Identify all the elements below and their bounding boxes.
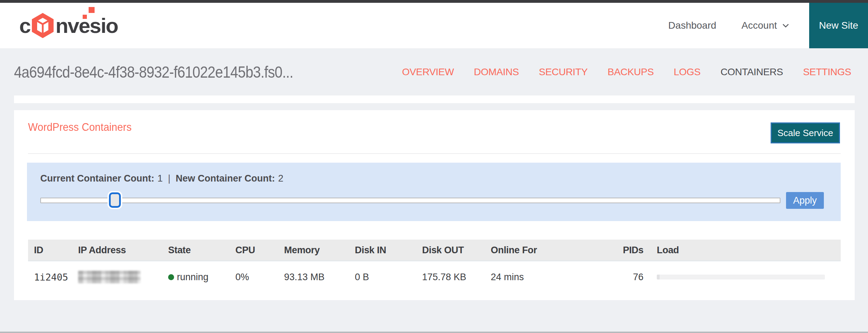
col-disk-out: Disk OUT — [422, 245, 491, 256]
apply-label: Apply — [793, 195, 817, 206]
container-cpu: 0% — [235, 272, 284, 283]
divider — [28, 153, 841, 154]
container-disk-in: 0 B — [355, 272, 422, 283]
container-load — [643, 275, 841, 279]
panel-title: WordPress Containers — [28, 121, 132, 134]
header-nav: Dashboard Account — [668, 20, 790, 31]
col-memory: Memory — [284, 245, 355, 256]
logo-text-pre: c — [19, 14, 30, 38]
col-load: Load — [643, 245, 841, 256]
tab-domains[interactable]: DOMAINS — [474, 66, 519, 78]
table-header-row: ID IP Address State CPU Memory Disk IN D… — [28, 240, 841, 261]
container-disk-out: 175.78 KB — [422, 272, 491, 283]
site-title: 4a694fcd-8e4c-4f38-8932-f61022e145b3.fs0… — [14, 62, 293, 82]
col-pids: PIDs — [611, 245, 643, 256]
nav-account-label: Account — [742, 20, 777, 31]
load-bar — [657, 275, 825, 279]
container-count-slider[interactable] — [40, 198, 780, 203]
collapsed-section-strip — [14, 95, 855, 103]
window-bottom-edge — [0, 332, 868, 333]
container-online-for: 24 mins — [491, 272, 611, 283]
new-count-value: 2 — [278, 173, 283, 184]
col-cpu: CPU — [235, 245, 284, 256]
new-site-label: New Site — [819, 20, 858, 31]
container-scaler-box: Current Container Count: 1 | New Contain… — [27, 163, 841, 221]
tab-overview[interactable]: OVERVIEW — [402, 66, 454, 78]
col-online-for: Online For — [491, 245, 611, 256]
container-count-line: Current Container Count: 1 | New Contain… — [40, 173, 824, 184]
site-tabs: OVERVIEW DOMAINS SECURITY BACKUPS LOGS C… — [402, 66, 851, 78]
col-state: State — [168, 245, 235, 256]
current-count-label: Current Container Count: — [40, 173, 154, 184]
load-bar-fill — [657, 275, 660, 279]
current-count-value: 1 — [157, 173, 163, 184]
site-title-row: 4a694fcd-8e4c-4f38-8932-f61022e145b3.fs0… — [0, 48, 868, 95]
nav-account-menu[interactable]: Account — [742, 20, 790, 31]
tab-settings[interactable]: SETTINGS — [803, 66, 851, 78]
tab-logs[interactable]: LOGS — [674, 66, 701, 78]
container-row: 1i2405 running 0% 93.13 MB 0 B 175.78 KB… — [28, 261, 841, 293]
window-top-bar — [0, 0, 868, 3]
chevron-down-icon — [782, 22, 790, 29]
redacted-ip-blur — [78, 271, 140, 283]
count-separator: | — [166, 173, 173, 184]
convesio-logo[interactable]: c nvesio — [19, 13, 118, 38]
container-memory: 93.13 MB — [284, 272, 355, 283]
container-id: 1i2405 — [28, 272, 78, 283]
logo-dot-icon — [83, 15, 87, 19]
col-disk-in: Disk IN — [355, 245, 422, 256]
scale-service-button[interactable]: Scale Service — [771, 122, 840, 143]
logo-dot-icon — [89, 7, 95, 13]
app-header: c nvesio Dashboard Account New Site — [0, 3, 868, 48]
new-count-label: New Container Count: — [176, 173, 275, 184]
col-id: ID — [28, 245, 78, 256]
col-ip-address: IP Address — [78, 245, 168, 256]
scale-service-label: Scale Service — [778, 128, 833, 139]
tab-containers[interactable]: CONTAINERS — [721, 66, 783, 78]
slider-thumb[interactable] — [109, 192, 121, 208]
container-pids: 76 — [611, 272, 643, 283]
tab-backups[interactable]: BACKUPS — [608, 66, 654, 78]
container-state: running — [168, 272, 235, 283]
tab-security[interactable]: SECURITY — [539, 66, 587, 78]
containers-table: ID IP Address State CPU Memory Disk IN D… — [28, 240, 841, 293]
scaler-slider-row: Apply — [40, 192, 824, 208]
apply-button[interactable]: Apply — [786, 192, 824, 209]
new-site-button[interactable]: New Site — [809, 3, 868, 48]
container-ip — [78, 271, 168, 283]
logo-cube-icon — [31, 13, 54, 38]
nav-dashboard-link[interactable]: Dashboard — [668, 20, 716, 31]
wordpress-containers-panel: WordPress Containers Scale Service Curre… — [14, 110, 855, 300]
running-status-icon — [168, 274, 174, 280]
state-label: running — [177, 272, 208, 283]
nav-dashboard-label: Dashboard — [668, 20, 716, 31]
